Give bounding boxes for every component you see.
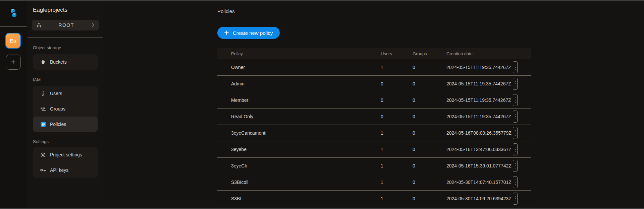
plus-icon: [224, 30, 229, 36]
table-row[interactable]: 3eyeCaricamenti 1 0 2024-05-16T08:09:26.…: [217, 125, 531, 141]
kebab-dot: [515, 184, 516, 185]
row-actions-cell: [513, 160, 531, 172]
kebab-dot: [515, 168, 516, 169]
kebab-dot: [515, 147, 516, 148]
sidebar-item-label: Groups: [50, 106, 65, 112]
table-row[interactable]: 3eyeCli 1 0 2024-05-16T15:39:01.077742Z: [217, 158, 531, 174]
app-logo-box: [0, 1, 27, 27]
policy-name-cell: Owner: [217, 65, 381, 70]
row-actions-cell: [513, 193, 531, 205]
root-selector-label: ROOT: [42, 22, 91, 28]
sidebar-item-api-keys[interactable]: API keys: [33, 162, 98, 178]
table-row[interactable]: Owner 1 0 2024-05-15T11:19:35.744267Z: [217, 59, 531, 76]
project-sidebar: Eagleprojects ROOT Object storage: [28, 1, 103, 208]
users-count-cell: 1: [381, 180, 413, 185]
creation-date-cell: 2024-05-15T11:19:35.744267Z: [446, 114, 513, 119]
table-row[interactable]: 3eyebe 1 0 2024-05-16T13:47:06.033367Z: [217, 141, 531, 158]
workspace-rail: Ea: [0, 1, 27, 208]
column-header-creation-date: Creation date: [446, 51, 513, 56]
sidebar-item-label: Buckets: [50, 59, 67, 65]
row-actions-cell: [513, 78, 531, 90]
section-label-iam: IAM: [33, 77, 41, 82]
users-count-cell: 1: [381, 196, 413, 201]
window-bottom-edge: [0, 208, 644, 209]
user-icon: [40, 91, 46, 96]
table-row[interactable]: S3BI 1 0 2024-05-30T14:09:20.639423Z: [217, 191, 531, 207]
nav-card-iam: Users Groups: [33, 86, 98, 132]
kebab-dot: [515, 114, 516, 115]
creation-date-cell: 2024-05-30T14:09:20.639423Z: [446, 196, 513, 201]
kebab-dot: [515, 116, 516, 117]
row-actions-cell: [513, 94, 531, 106]
nav-card-settings: Project settings API keys: [33, 147, 98, 178]
kebab-dot: [515, 67, 516, 68]
project-title: Eagleprojects: [33, 7, 67, 13]
kebab-dot: [515, 81, 516, 82]
sidebar-item-label: Users: [50, 91, 62, 96]
table-row[interactable]: S3BIcoll 1 0 2024-05-30T14:07:40.157701Z: [217, 174, 531, 191]
creation-date-cell: 2024-05-15T11:19:35.744267Z: [446, 65, 513, 70]
row-kebab-menu-button[interactable]: [513, 160, 518, 172]
sidebar-item-project-settings[interactable]: Project settings: [33, 147, 98, 162]
policy-name-cell: Member: [217, 97, 381, 103]
sidebar-item-buckets[interactable]: Buckets: [33, 54, 98, 70]
row-kebab-menu-button[interactable]: [513, 61, 518, 73]
kebab-dot: [515, 182, 516, 183]
sidebar-item-groups[interactable]: Groups: [33, 101, 98, 117]
table-row[interactable]: Admin 0 0 2024-05-15T11:19:35.744267Z: [217, 76, 531, 92]
row-actions-cell: [513, 176, 531, 188]
policies-table-body: Owner 1 0 2024-05-15T11:19:35.744267Z Ad…: [217, 59, 531, 207]
kebab-dot: [515, 86, 516, 87]
policies-table: Policy Users Groups Creation date Owner …: [217, 48, 531, 207]
gear-icon: [40, 152, 46, 157]
column-header-groups: Groups: [413, 51, 446, 56]
row-kebab-menu-button[interactable]: [513, 143, 518, 155]
row-kebab-menu-button[interactable]: [513, 111, 518, 123]
kebab-dot: [515, 69, 516, 70]
chevron-right-icon: [90, 23, 94, 27]
groups-count-cell: 0: [413, 163, 446, 168]
kebab-dot: [515, 100, 516, 101]
column-header-users: Users: [381, 51, 413, 56]
users-count-cell: 1: [381, 147, 413, 152]
users-count-cell: 0: [381, 97, 413, 103]
groups-count-cell: 0: [413, 147, 446, 152]
row-actions-cell: [513, 61, 531, 73]
workspace-avatar-button[interactable]: Ea: [5, 33, 21, 49]
group-icon: [40, 107, 46, 112]
sidebar-item-policies[interactable]: Policies: [33, 117, 98, 132]
main-content: Policies Create new policy Policy Users …: [103, 1, 644, 208]
kebab-dot: [515, 198, 516, 199]
creation-date-cell: 2024-05-16T08:09:26.355779Z: [446, 130, 513, 136]
root-selector-button[interactable]: ROOT: [32, 20, 99, 30]
kebab-dot: [515, 180, 516, 181]
table-row[interactable]: Read Only 0 0 2024-05-15T11:19:35.744267…: [217, 109, 531, 125]
row-kebab-menu-button[interactable]: [513, 94, 518, 106]
window-top-edge: [0, 0, 644, 1]
policy-name-cell: 3eyeCaricamenti: [217, 130, 381, 136]
policy-icon: [40, 122, 46, 127]
kebab-dot: [515, 130, 516, 131]
row-kebab-menu-button[interactable]: [513, 127, 518, 139]
sidebar-item-users[interactable]: Users: [33, 86, 98, 101]
policy-name-cell: 3eyebe: [217, 147, 381, 152]
nav-card-object-storage: Buckets: [33, 54, 98, 70]
users-count-cell: 1: [381, 163, 413, 168]
table-row[interactable]: Member 0 0 2024-05-15T11:19:35.744267Z: [217, 92, 531, 109]
row-kebab-menu-button[interactable]: [513, 193, 518, 205]
creation-date-cell: 2024-05-30T14:07:40.157701Z: [446, 180, 513, 185]
policy-name-cell: Admin: [217, 81, 381, 86]
groups-count-cell: 0: [413, 180, 446, 185]
add-workspace-button[interactable]: [6, 55, 21, 70]
kebab-dot: [515, 133, 516, 134]
sidebar-item-label: Policies: [50, 122, 66, 127]
groups-count-cell: 0: [413, 114, 446, 119]
row-kebab-menu-button[interactable]: [513, 78, 518, 90]
column-header-policy: Policy: [217, 51, 381, 56]
groups-count-cell: 0: [413, 81, 446, 86]
kebab-dot: [515, 151, 516, 152]
row-kebab-menu-button[interactable]: [513, 176, 518, 188]
create-new-policy-button[interactable]: Create new policy: [217, 27, 280, 39]
creation-date-cell: 2024-05-15T11:19:35.744267Z: [446, 97, 513, 103]
policy-name-cell: S3BI: [217, 196, 381, 201]
